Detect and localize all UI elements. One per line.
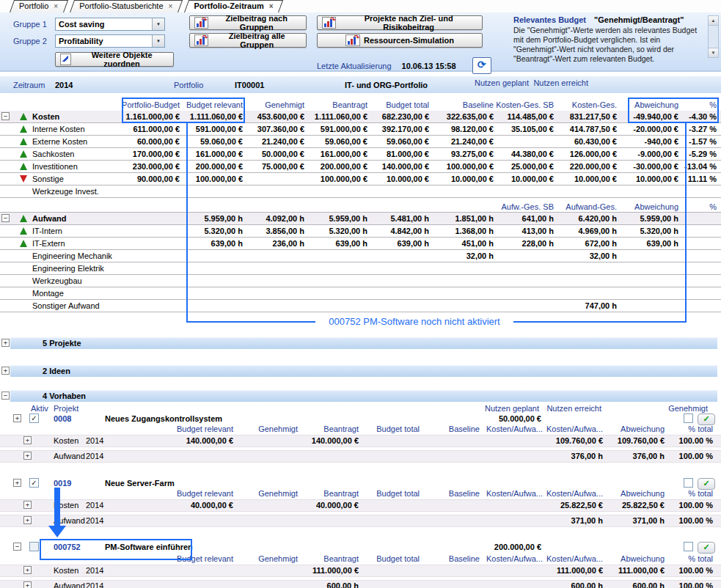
project-name: Neue Server-Farm [105,479,175,488]
zielbeitrag-alle-gruppen-button[interactable]: ↷ Zielbeitrag alle Gruppen [189,33,307,48]
portfolio-budget-table: Portfolio-BudgetBudget relevantGenehmigt… [0,99,721,337]
table-row: Engineering Elektrik [0,262,721,275]
genehmigt-checkbox[interactable] [684,414,693,423]
project-link[interactable]: 0008 [54,414,71,423]
cell: 11.11 % [636,174,717,183]
aktiv-column-header: Aktiv [31,404,48,413]
info-scrollbar[interactable]: ▲ ▼ [708,15,719,58]
tab-label: Portfolio [19,1,48,10]
weitere-objekte-button[interactable]: Weitere Objekte zuordnen [55,52,174,67]
info-text: Die "Genehmigt"-Werte werden als relevan… [513,26,719,68]
aktiv-checkbox[interactable] [29,542,39,551]
project-row-000752: −000752PM-Software einführen200.000,00 €… [0,542,721,554]
section-band-2-ideen: +2 Ideen [0,365,721,377]
tab-label: Portfolio-Zeitraum [194,1,263,10]
nutzen-erreicht-header: Nutzen erreicht [546,404,601,413]
aktiv-checkbox[interactable]: ✓ [29,478,39,488]
sections-area: +5 Projekte+2 Ideen−4 VorhabenAktivProje… [0,337,721,588]
approve-check-icon[interactable]: ✓ [698,478,715,490]
expand-toggle[interactable]: + [23,566,32,574]
row-year: 2014 [86,581,103,588]
cell: 639,00 h [598,239,678,248]
projekt-column-header: Projekt [54,404,78,413]
zeitraum-value: 2014 [55,81,73,89]
cell: 140.000,00 € [278,436,359,445]
nutzen-geplant-value: 200.000,00 € [494,543,541,551]
table-row: Investitionen230.000,00 €200.000,00 €75.… [0,161,721,173]
cell: -13.04 % [636,162,717,171]
letzte-aktualisierung-label: Letzte Aktualisierung [317,62,392,70]
expand-toggle[interactable]: − [1,112,10,120]
trend-up-icon [20,138,27,145]
expand-toggle[interactable]: + [1,339,10,347]
expand-toggle[interactable]: + [23,581,32,588]
column-header: % total [632,554,713,563]
row-year: 2014 [86,566,103,575]
row-label: Werkzeugbau [32,276,82,285]
cell: 32,00 h [536,251,617,260]
chart-icon: ↷ [345,34,360,46]
tab-portfolio-statusberichte[interactable]: Portfolio-Statusberichte× [66,0,178,12]
row-label: Sachkosten [32,150,74,158]
expand-toggle[interactable]: + [23,516,32,524]
table-row: Interne Kosten611.000,00 €591.000,00 €30… [0,123,721,136]
row-type-label: Kosten [54,436,78,445]
project-data-row: +Kosten2014140.000,00 €140.000,00 €109.7… [0,435,721,447]
expand-toggle[interactable]: + [13,414,21,422]
column-header: % [636,202,717,211]
scroll-down-icon[interactable]: ▼ [709,48,718,57]
expand-toggle[interactable]: + [13,479,21,487]
genehmigt-checkbox[interactable] [684,478,693,488]
expand-toggle[interactable]: − [1,392,10,400]
cell: 40.000,00 € [153,501,233,510]
table-row: Werkzeuge Invest. [0,185,721,198]
ressourcen-simulation-button[interactable]: ↷ Ressourcen-Simulation [317,33,483,48]
project-data-row: +Aufwand2014371,00 h371,00 h100.00 % [0,515,721,527]
gruppe2-select[interactable]: Profitability ▼ [55,34,165,48]
row-type-label: Aufwand [54,516,85,525]
cell: 5.959,00 h [598,214,678,223]
aktiv-checkbox[interactable]: ✓ [29,414,39,423]
close-icon[interactable]: × [54,2,58,10]
expand-toggle[interactable]: + [23,501,32,509]
tab-portfolio[interactable]: Portfolio× [6,0,64,12]
chevron-down-icon[interactable]: ▼ [152,35,164,47]
gruppe1-select[interactable]: Cost saving ▼ [55,18,165,31]
tab-portfolio-zeitraum[interactable]: Portfolio-Zeitraum× [180,0,279,12]
cell: -3.27 % [636,125,717,133]
project-link[interactable]: 0019 [54,479,71,488]
gruppe2-label: Gruppe 2 [13,37,55,45]
cell: 21.240,00 € [413,137,494,146]
trend-up-icon [20,163,27,170]
scroll-up-icon[interactable]: ▲ [709,16,718,26]
expand-toggle[interactable]: − [1,214,10,222]
project-subheader-row: Budget relevantGenehmigtBeantragtBudget … [0,489,721,499]
section-band-bg [10,365,717,377]
cell: 100.00 % [632,501,713,510]
expand-toggle[interactable]: + [23,436,32,444]
cell: 100.00 % [632,581,713,588]
trend-up-icon [20,150,27,158]
chart-icon: ↷ [322,17,336,29]
genehmigt-checkbox[interactable] [684,542,693,551]
table-row: Werkzeugbau [0,275,721,287]
projekte-nach-ziel-risikobeitrag-button[interactable]: ↷ Projekte nach Ziel- und Risikobeitrag [317,15,483,30]
close-icon[interactable]: × [269,2,274,10]
gruppe2-value: Profitability [56,37,152,45]
expand-toggle[interactable]: + [1,367,10,375]
row-year: 2014 [86,452,103,460]
chevron-down-icon[interactable]: ▼ [152,18,164,30]
close-icon[interactable]: × [169,2,173,10]
expand-toggle[interactable]: + [23,452,32,460]
zielbeitrag-nach-gruppen-button[interactable]: ↷ Zielbeitrag nach Gruppen [189,15,307,30]
portfolio-id: IT00001 [235,81,264,89]
project-subheader-row: Budget relevantGenehmigtBeantragtBudget … [0,425,721,435]
gruppe1-value: Cost saving [56,20,152,29]
cell: 32,00 h [413,251,494,260]
cell: 40.000,00 € [278,501,359,510]
expand-toggle[interactable]: − [13,543,21,551]
approve-check-icon[interactable]: ✓ [698,414,715,425]
refresh-icon[interactable]: ⟳ [472,57,491,74]
approve-check-icon[interactable]: ✓ [698,542,715,554]
row-label: IT-Intern [32,227,62,235]
